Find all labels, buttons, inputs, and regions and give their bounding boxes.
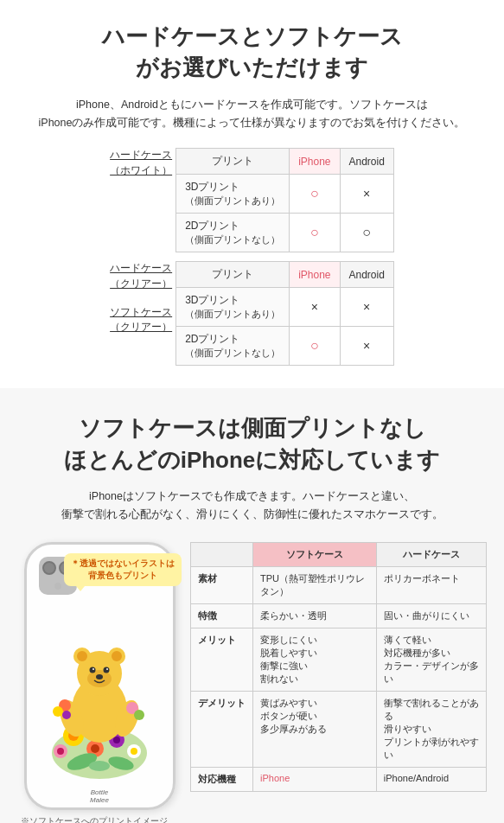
svg-point-23	[93, 668, 94, 670]
comp-soft-header: ソフトケース	[253, 542, 377, 566]
section1: ハードケースとソフトケースがお選びいただけます iPhone、Androidとも…	[0, 0, 504, 388]
section2-desc: iPhoneはソフトケースでも作成できます。ハードケースと違い、衝撃で割れる心配…	[17, 488, 487, 525]
comp-hard-demerit: 衝撃で割れることがある滑りやすいプリントが剥がれやすい	[376, 691, 486, 767]
comp-merit-label: メリット	[191, 628, 253, 691]
comparison-table: ソフトケース ハードケース 素材 TPU（熱可塑性ポリウレタン） ポリカーボネー…	[190, 542, 487, 792]
table1: プリント iPhone Android 3Dプリント（側面プリントあり） ○ ×…	[175, 148, 394, 252]
table-row: 3Dプリント（側面プリントあり） × ×	[176, 288, 394, 327]
table-row: 2Dプリント（側面プリントなし） ○ ×	[176, 327, 394, 366]
table1-section: ハードケース（ホワイト） プリント iPhone Android 3Dプリント（…	[17, 148, 487, 252]
bear-flowers-svg	[39, 615, 160, 788]
table-row: 素材 TPU（熱可塑性ポリウレタン） ポリカーボネート	[191, 566, 487, 603]
footer-note: ※ソフトケースへのプリントイメージ	[17, 815, 182, 823]
table1-row2-android: ○	[340, 214, 393, 252]
comp-demerit-label: デメリット	[191, 691, 253, 767]
table-row: デメリット 黄ばみやすいボタンが硬い多少厚みがある 衝撃で割れることがある滑りや…	[191, 691, 487, 767]
phone-mockup-area: ＊透過ではないイラストは背景色もプリント	[17, 542, 182, 823]
table2-print-header: プリント	[176, 262, 290, 288]
brand-text: BottleMalee	[90, 788, 109, 804]
table1-print-header: プリント	[176, 149, 290, 175]
comp-hard-header: ハードケース	[376, 542, 486, 566]
comp-compatible-label: 対応機種	[191, 767, 253, 791]
table1-android-header: Android	[340, 149, 393, 175]
comp-feature-label: 特徴	[191, 603, 253, 628]
hard-white-label[interactable]: ハードケース（ホワイト）	[110, 148, 172, 178]
comp-soft-material: TPU（熱可塑性ポリウレタン）	[253, 566, 377, 603]
note-bubble: ＊透過ではないイラストは背景色もプリント	[64, 553, 182, 587]
comp-hard-material: ポリカーボネート	[376, 566, 486, 603]
table1-row1-label: 3Dプリント（側面プリントあり）	[176, 175, 290, 214]
svg-point-22	[104, 667, 110, 673]
table1-row1-android: ×	[340, 175, 393, 214]
comparison-table-wrap: ソフトケース ハードケース 素材 TPU（熱可塑性ポリウレタン） ポリカーボネー…	[190, 542, 487, 792]
table-row: 特徴 柔らかい・透明 固い・曲がりにくい	[191, 603, 487, 628]
svg-point-6	[113, 737, 120, 743]
section1-desc: iPhone、Androidともにハードケースを作成可能です。ソフトケースはiP…	[17, 96, 487, 133]
comp-hard-compatible: iPhone/Android	[376, 767, 486, 791]
section1-title: ハードケースとソフトケースがお選びいただけます	[17, 21, 487, 84]
svg-point-10	[57, 748, 64, 755]
table2-side-labels: ハードケース（クリアー） ソフトケース（クリアー）	[110, 261, 172, 335]
table2-iphone-header: iPhone	[290, 262, 340, 288]
svg-point-25	[96, 674, 103, 679]
table2-row2-label: 2Dプリント（側面プリントなし）	[176, 327, 290, 366]
table-row: 対応機種 iPhone iPhone/Android	[191, 767, 487, 791]
bear-flowers-illustration	[39, 615, 160, 790]
svg-point-13	[89, 761, 110, 771]
phone-outer: ＊透過ではないイラストは背景色もプリント	[24, 542, 175, 810]
svg-point-24	[106, 668, 108, 670]
comparison-area: ＊透過ではないイラストは背景色もプリント	[17, 542, 487, 823]
table2-row1-android: ×	[340, 288, 393, 327]
svg-point-17	[77, 651, 87, 661]
table-row: 3Dプリント（側面プリントあり） ○ ×	[176, 175, 394, 214]
table2-row1-label: 3Dプリント（側面プリントあり）	[176, 288, 290, 327]
table1-iphone-header: iPhone	[290, 149, 340, 175]
comp-soft-feature: 柔らかい・透明	[253, 603, 377, 628]
table2-row1-iphone: ×	[290, 288, 340, 327]
section2-title: ソフトケースは側面プリントなしほとんどのiPhoneに対応しています	[17, 412, 487, 475]
svg-point-4	[91, 744, 99, 753]
table1-row2-label: 2Dプリント（側面プリントなし）	[176, 214, 290, 252]
table2-android-header: Android	[340, 262, 393, 288]
svg-point-32	[134, 710, 144, 720]
table1-row1-iphone: ○	[290, 175, 340, 214]
svg-point-21	[90, 667, 96, 673]
table1-row2-iphone: ○	[290, 214, 340, 252]
soft-clear-label[interactable]: ソフトケース（クリアー）	[110, 305, 172, 335]
table2-row2-android: ×	[340, 327, 393, 366]
comp-hard-merit: 薄くて軽い対応機種が多いカラー・デザインが多い	[376, 628, 486, 691]
section2: ソフトケースは側面プリントなしほとんどのiPhoneに対応しています iPhon…	[0, 388, 504, 823]
comp-soft-merit: 変形しにくい脱着しやすい衝撃に強い割れない	[253, 628, 377, 691]
svg-point-19	[112, 651, 122, 661]
table2: プリント iPhone Android 3Dプリント（側面プリントあり） × ×…	[175, 261, 394, 366]
svg-point-29	[53, 706, 63, 717]
comp-soft-demerit: 黄ばみやすいボタンが硬い多少厚みがある	[253, 691, 377, 767]
comp-soft-compatible: iPhone	[253, 767, 377, 791]
table-row: メリット 変形しにくい脱着しやすい衝撃に強い割れない 薄くて軽い対応機種が多いカ…	[191, 628, 487, 691]
svg-point-30	[62, 711, 71, 719]
table2-section: ハードケース（クリアー） ソフトケース（クリアー） プリント iPhone An…	[17, 261, 487, 366]
comp-label-header	[191, 542, 253, 566]
svg-point-8	[131, 748, 137, 755]
hard-clear-label[interactable]: ハードケース（クリアー）	[110, 261, 172, 291]
table2-row2-iphone: ○	[290, 327, 340, 366]
comp-material-label: 素材	[191, 566, 253, 603]
comp-hard-feature: 固い・曲がりにくい	[376, 603, 486, 628]
table-row: 2Dプリント（側面プリントなし） ○ ○	[176, 214, 394, 252]
table1-side-labels: ハードケース（ホワイト）	[110, 148, 172, 178]
